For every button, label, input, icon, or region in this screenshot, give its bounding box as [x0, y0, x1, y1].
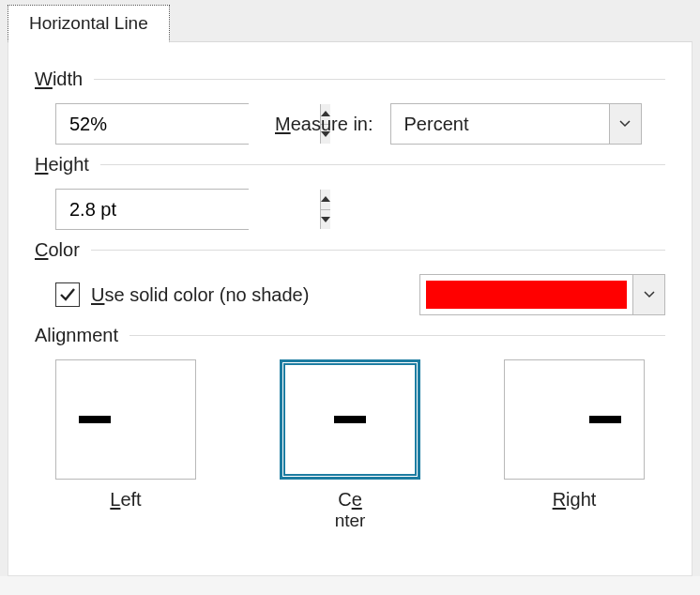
alignment-preview-right: [504, 359, 645, 480]
height-spin-up[interactable]: [321, 190, 330, 210]
alignment-option-left[interactable]: Left: [55, 359, 196, 531]
color-section-header: Color: [35, 239, 665, 261]
color-select[interactable]: [419, 274, 665, 315]
caret-down-icon: [321, 217, 330, 222]
color-dropdown-button[interactable]: [632, 275, 664, 314]
alignment-preview-left: [55, 359, 196, 480]
use-solid-color-label: Use solid color (no shade): [91, 284, 309, 306]
alignment-label-center: Ce: [338, 489, 362, 511]
measure-in-select[interactable]: Percent: [390, 103, 642, 145]
alignment-label-left: Left: [110, 489, 141, 511]
measure-in-dropdown-button[interactable]: [609, 104, 641, 144]
caret-up-icon: [321, 196, 330, 202]
color-swatch: [426, 281, 627, 309]
tab-horizontal-line[interactable]: Horizontal Line: [8, 5, 170, 42]
width-spinner[interactable]: [55, 103, 249, 145]
chevron-down-icon: [644, 291, 655, 298]
alignment-label-right: Right: [553, 489, 597, 511]
width-section-header: Width: [35, 69, 665, 90]
alignment-section-header: Alignment: [35, 325, 665, 346]
height-section-header: Height: [35, 154, 665, 175]
chevron-down-icon: [619, 120, 631, 128]
use-solid-color-checkbox[interactable]: [55, 282, 80, 307]
checkmark-icon: [59, 286, 76, 303]
alignment-preview-center: [280, 359, 420, 480]
alignment-option-center[interactable]: Center: [280, 359, 420, 531]
height-spin-down[interactable]: [321, 210, 330, 230]
measure-in-label: Measure in:: [275, 114, 373, 135]
height-input[interactable]: [56, 190, 320, 229]
height-spinner[interactable]: [55, 189, 249, 230]
alignment-option-right[interactable]: Right: [504, 359, 645, 531]
measure-in-value: Percent: [391, 114, 609, 135]
